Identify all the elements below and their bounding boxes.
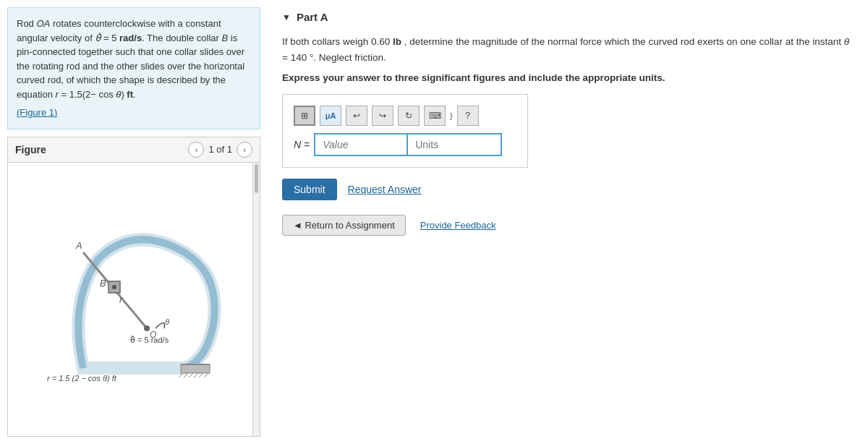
question-icon: ? [465, 111, 470, 121]
request-answer-button[interactable]: Request Answer [348, 184, 422, 195]
answer-instruction: Express your answer to three significant… [282, 72, 854, 83]
toolbar: ⊞ μA ↩ ↪ ↻ ⌨ } ? [294, 106, 516, 126]
svg-text:θ: θ [165, 317, 169, 326]
svg-text:θ̇ = 5 rad/s: θ̇ = 5 rad/s [130, 336, 169, 344]
collapse-arrow-icon[interactable]: ▼ [282, 12, 291, 22]
return-button[interactable]: ◄ Return to Assignment [282, 215, 406, 236]
svg-line-13 [189, 373, 193, 377]
redo-icon: ↪ [379, 111, 386, 121]
figure-title: Figure [15, 144, 46, 155]
prev-figure-button[interactable]: ‹ [188, 142, 204, 158]
value-input[interactable] [314, 133, 408, 156]
problem-statement: If both collars weigh 0.60 lb , determin… [282, 34, 854, 65]
figure-header: Figure ‹ 1 of 1 › [8, 137, 260, 163]
units-input[interactable] [408, 133, 502, 156]
scrollbar[interactable] [252, 163, 260, 437]
bottom-row: ◄ Return to Assignment Provide Feedback [282, 215, 854, 236]
svg-line-16 [204, 373, 208, 377]
figure-section: Figure ‹ 1 of 1 › A r θ [7, 137, 260, 437]
mua-button[interactable]: μA [320, 106, 341, 126]
action-row: Submit Request Answer [282, 179, 854, 200]
problem-description: Rod OA rotates counterclockwise with a c… [7, 7, 260, 129]
keyboard-icon: ⌨ [429, 111, 441, 121]
figure-nav: ‹ 1 of 1 › [188, 142, 252, 158]
svg-point-7 [144, 325, 150, 331]
part-header: ▼ Part A [282, 11, 854, 23]
svg-line-15 [199, 373, 203, 377]
figure-link[interactable]: (Figure 1) [17, 107, 57, 118]
svg-text:r = 1.5 (2 − cos θ) ft: r = 1.5 (2 − cos θ) ft [47, 374, 117, 383]
figure-svg: A r θ B O [25, 216, 242, 383]
input-label: N = [294, 139, 310, 150]
keyboard-button[interactable]: ⌨ [424, 106, 446, 126]
left-panel: Rod OA rotates counterclockwise with a c… [0, 0, 268, 444]
keyboard-label: } [450, 111, 453, 120]
input-row: N = [294, 133, 516, 156]
figure-count: 1 of 1 [208, 144, 232, 155]
refresh-button[interactable]: ↻ [398, 106, 420, 126]
provide-feedback-button[interactable]: Provide Feedback [420, 220, 496, 231]
right-panel: ▼ Part A If both collars weigh 0.60 lb ,… [268, 0, 868, 444]
undo-icon: ↩ [353, 111, 360, 121]
help-button[interactable]: ? [457, 106, 479, 126]
svg-point-5 [112, 285, 116, 289]
svg-text:B: B [100, 278, 106, 289]
problem-text: Rod OA rotates counterclockwise with a c… [17, 17, 251, 101]
svg-rect-9 [181, 364, 210, 373]
svg-line-14 [194, 373, 198, 377]
grid-button[interactable]: ⊞ [294, 106, 315, 126]
grid-icon: ⊞ [301, 111, 308, 121]
next-figure-button[interactable]: › [237, 142, 252, 158]
svg-text:A: A [75, 240, 82, 251]
mua-icon: μA [326, 111, 336, 120]
submit-button[interactable]: Submit [282, 179, 337, 200]
redo-button[interactable]: ↪ [372, 106, 393, 126]
figure-content: A r θ B O [8, 163, 260, 437]
refresh-icon: ↻ [405, 111, 412, 121]
undo-button[interactable]: ↩ [346, 106, 367, 126]
part-title: Part A [297, 11, 328, 23]
answer-box: ⊞ μA ↩ ↪ ↻ ⌨ } ? N = [282, 94, 528, 168]
